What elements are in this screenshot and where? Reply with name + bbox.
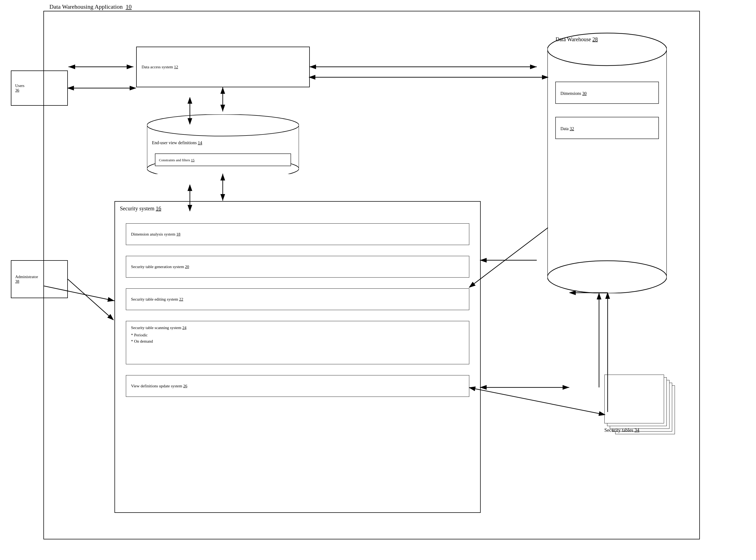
sec-scan-label: Security table scanning system 24 bbox=[131, 325, 464, 330]
svg-text:End-user view definitions 14: End-user view definitions 14 bbox=[152, 140, 202, 145]
users-number: 36 bbox=[15, 88, 19, 93]
sec-table-gen-box: Security table generation system 20 bbox=[126, 256, 469, 278]
admin-text: Administrator bbox=[15, 275, 38, 279]
sec-gen-text: Security table generation system bbox=[131, 264, 184, 269]
sec-edit-number: 22 bbox=[179, 297, 183, 301]
security-system-text: Security system bbox=[120, 205, 154, 212]
sec-table-gen-label: Security table generation system 20 bbox=[131, 264, 189, 269]
end-user-view-cylinder: End-user view definitions 14 Constraints… bbox=[147, 114, 299, 174]
security-tables-stack: Security tables 34 bbox=[604, 375, 678, 445]
main-title-text: Data Warehousing Application bbox=[50, 3, 123, 10]
svg-point-8 bbox=[547, 261, 667, 293]
main-title-number: 10 bbox=[125, 3, 132, 10]
sec-tables-number: 34 bbox=[635, 427, 639, 433]
dimension-analysis-label: Dimension analysis system 18 bbox=[131, 232, 180, 237]
users-box: Users 36 bbox=[11, 71, 68, 106]
view-def-text: View definitions update system bbox=[131, 384, 182, 388]
view-def-number: 26 bbox=[183, 384, 187, 388]
users-label: Users bbox=[15, 83, 24, 88]
sec-scan-bullet-2: * On demand bbox=[131, 339, 464, 344]
stack-page-5 bbox=[604, 375, 664, 423]
admin-label: Administrator bbox=[15, 275, 38, 279]
view-def-label: View definitions update system 26 bbox=[131, 384, 187, 388]
data-access-number: 12 bbox=[174, 65, 178, 69]
security-system-number: 16 bbox=[156, 205, 161, 212]
dim-analysis-text: Dimension analysis system bbox=[131, 232, 175, 236]
svg-point-1 bbox=[147, 114, 299, 136]
svg-text:Data 32: Data 32 bbox=[560, 126, 574, 131]
view-def-update-box: View definitions update system 26 bbox=[126, 375, 469, 397]
sec-tables-text: Security tables bbox=[604, 427, 633, 433]
sec-gen-number: 20 bbox=[185, 264, 189, 269]
sec-table-edit-box: Security table editing system 22 bbox=[126, 288, 469, 310]
data-access-text: Data access system bbox=[141, 65, 173, 69]
sec-scan-bullet-1: * Periodic bbox=[131, 333, 464, 338]
security-tables-label: Security tables 34 bbox=[604, 427, 639, 433]
data-access-box: Data access system 12 bbox=[136, 47, 310, 87]
sec-scan-number: 24 bbox=[182, 325, 186, 330]
svg-text:Dimensions 30: Dimensions 30 bbox=[560, 91, 586, 96]
sec-table-scan-box: Security table scanning system 24 * Peri… bbox=[126, 321, 469, 364]
dim-analysis-number: 18 bbox=[176, 232, 180, 236]
svg-text:Data Warehouse 28: Data Warehouse 28 bbox=[556, 36, 598, 42]
data-access-label: Data access system 12 bbox=[141, 65, 178, 69]
admin-number: 38 bbox=[15, 279, 19, 284]
main-title: Data Warehousing Application 10 bbox=[50, 3, 132, 10]
security-system-box: Security system 16 Dimension analysis sy… bbox=[115, 201, 481, 513]
sec-scan-text: Security table scanning system bbox=[131, 325, 181, 330]
admin-num-text: 38 bbox=[15, 279, 19, 283]
sec-table-edit-label: Security table editing system 22 bbox=[131, 297, 183, 302]
admin-box: Administrator 38 bbox=[11, 260, 68, 298]
security-system-label: Security system 16 bbox=[120, 205, 161, 212]
svg-text:Constraints and filters 15: Constraints and filters 15 bbox=[159, 158, 194, 162]
cylinder-svg-small: End-user view definitions 14 Constraints… bbox=[147, 114, 299, 174]
dimension-analysis-box: Dimension analysis system 18 bbox=[126, 223, 469, 245]
data-warehouse-cylinder: Data Warehouse 28 Dimensions 30 Data 32 bbox=[547, 28, 667, 293]
main-application-box: Data Warehousing Application 10 Data acc… bbox=[43, 11, 700, 539]
dw-cylinder-svg: Data Warehouse 28 Dimensions 30 Data 32 bbox=[547, 28, 667, 293]
sec-edit-text: Security table editing system bbox=[131, 297, 178, 301]
users-text: Users bbox=[15, 83, 24, 88]
users-num-text: 36 bbox=[15, 88, 19, 93]
